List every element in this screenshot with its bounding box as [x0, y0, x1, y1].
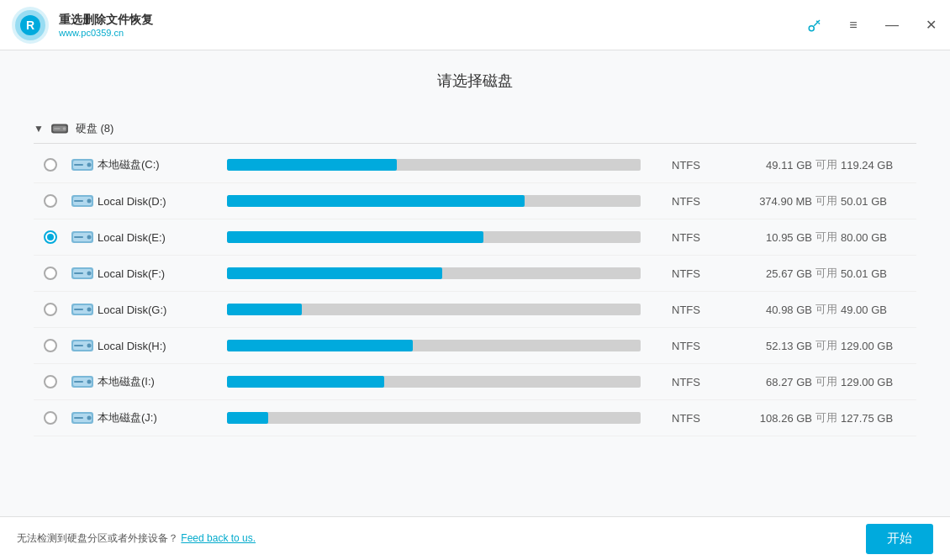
app-subtitle: www.pc0359.cn: [59, 28, 153, 38]
disk-group-header: ▼ 硬盘 (8): [34, 114, 916, 144]
disk-fs: NTFS: [661, 267, 711, 280]
disk-available-label: 可用: [815, 157, 837, 172]
title-bar-text: 重选删除文件恢复 www.pc0359.cn: [59, 13, 153, 38]
disk-available: 50.01 GB: [841, 195, 916, 208]
menu-button[interactable]: ≡: [834, 0, 873, 50]
disk-name: Local Disk(E:): [98, 231, 207, 244]
disk-icon-cell: [67, 264, 98, 283]
disk-bar-container: [227, 412, 641, 424]
svg-point-7: [62, 127, 66, 130]
disk-radio-cell: [34, 158, 67, 172]
app-logo: R: [10, 5, 50, 45]
disk-fs: NTFS: [661, 195, 711, 208]
main-content: 请选择磁盘 ▼ 硬盘 (8): [0, 50, 950, 516]
disk-name: Local Disk(D:): [98, 195, 207, 208]
disk-available-label: 可用: [815, 338, 837, 353]
disk-name: 本地磁盘(J:): [98, 410, 207, 425]
disk-bar-fill: [227, 340, 413, 351]
radio-button[interactable]: [44, 411, 57, 425]
disk-radio-cell: [34, 230, 67, 244]
disk-available-label: 可用: [815, 230, 837, 245]
disk-row: 本地磁盘(J:) NTFS 108.26 GB 可用 127.75 GB: [34, 400, 916, 436]
radio-button[interactable]: [44, 158, 57, 172]
close-button[interactable]: ✕: [911, 0, 950, 50]
disk-radio-cell: [34, 194, 67, 208]
disk-bar-container: [227, 340, 641, 351]
disk-radio-cell: [34, 339, 67, 352]
disk-group: ▼ 硬盘 (8): [34, 114, 916, 436]
disk-row: Local Disk(F:) NTFS 25.67 GB 可用 50.01 GB: [34, 256, 916, 292]
disk-bar-fill: [227, 304, 302, 315]
disk-used: 52.13 GB: [711, 340, 812, 352]
disk-available-label: 可用: [815, 374, 837, 389]
disk-used: 108.26 GB: [711, 412, 812, 425]
bottom-bar: 无法检测到硬盘分区或者外接设备？ Feed back to us. 开始: [0, 516, 950, 560]
disk-name: 本地磁盘(I:): [98, 374, 207, 389]
disk-bar-container: [227, 195, 641, 207]
app-title: 重选删除文件恢复: [59, 13, 153, 28]
disk-name: Local Disk(F:): [98, 267, 207, 280]
disk-bar-fill: [227, 267, 442, 279]
disk-fs: NTFS: [661, 412, 711, 425]
disk-icon-cell: [67, 372, 98, 391]
start-button[interactable]: 开始: [866, 524, 933, 554]
svg-point-19: [87, 235, 92, 240]
disk-row: 本地磁盘(I:) NTFS 68.27 GB 可用 129.00 GB: [34, 364, 916, 400]
disk-used: 10.95 GB: [711, 231, 812, 244]
disk-used: 68.27 GB: [711, 376, 812, 388]
disk-icon-cell: [67, 409, 98, 427]
disk-drive-icon: [71, 409, 94, 427]
disk-fs: NTFS: [661, 159, 711, 172]
disk-drive-icon: [71, 156, 94, 174]
disk-icon-cell: [67, 192, 98, 210]
feedback-link[interactable]: Feed back to us.: [181, 532, 256, 544]
disk-fs: NTFS: [661, 340, 711, 352]
hdd-icon: [50, 121, 69, 136]
disk-bar-fill: [227, 195, 525, 207]
radio-button[interactable]: [44, 375, 57, 388]
disk-fs: NTFS: [661, 304, 711, 316]
svg-point-39: [87, 416, 92, 420]
chevron-down-icon[interactable]: ▼: [34, 123, 44, 135]
disk-available-label: 可用: [815, 410, 837, 425]
minimize-button[interactable]: —: [873, 0, 911, 50]
disk-available-label: 可用: [815, 193, 837, 209]
bottom-notice: 无法检测到硬盘分区或者外接设备？ Feed back to us.: [17, 531, 866, 546]
disk-available: 129.00 GB: [841, 376, 916, 388]
disk-drive-icon: [71, 192, 94, 210]
disk-radio-cell: [34, 303, 67, 316]
radio-button[interactable]: [44, 303, 57, 316]
disk-row: Local Disk(E:) NTFS 10.95 GB 可用 80.00 GB: [34, 219, 916, 256]
disk-bar-container: [227, 231, 641, 243]
disk-available-label: 可用: [815, 266, 837, 281]
radio-button[interactable]: [44, 267, 57, 280]
disk-used: 374.90 MB: [711, 195, 812, 208]
disk-bar-fill: [227, 159, 397, 171]
disk-icon-cell: [67, 336, 98, 355]
svg-point-23: [87, 272, 92, 276]
svg-point-31: [87, 344, 92, 348]
disk-radio-cell: [34, 411, 67, 425]
disk-name: 本地磁盘(C:): [98, 157, 207, 172]
disk-row: Local Disk(G:) NTFS 40.98 GB 可用 49.00 GB: [34, 292, 916, 328]
svg-point-4: [809, 25, 814, 30]
radio-button[interactable]: [44, 194, 57, 208]
disk-row: Local Disk(D:) NTFS 374.90 MB 可用 50.01 G…: [34, 183, 916, 219]
svg-point-35: [87, 380, 92, 384]
disk-bar-container: [227, 376, 641, 388]
key-button[interactable]: [795, 0, 834, 50]
disk-drive-icon: [71, 372, 94, 391]
disk-drive-icon: [71, 264, 94, 283]
disk-icon-cell: [67, 156, 98, 174]
disk-available: 80.00 GB: [841, 231, 916, 244]
disk-row: 本地磁盘(C:) NTFS 49.11 GB 可用 119.24 GB: [34, 147, 916, 183]
disk-used: 40.98 GB: [711, 304, 812, 316]
radio-button[interactable]: [44, 339, 57, 352]
radio-button[interactable]: [44, 230, 57, 244]
disk-used: 49.11 GB: [711, 159, 812, 172]
disk-list: 本地磁盘(C:) NTFS 49.11 GB 可用 119.24 GB Loca…: [34, 147, 916, 436]
svg-text:R: R: [26, 18, 34, 32]
disk-name: Local Disk(H:): [98, 340, 207, 352]
disk-icon-cell: [67, 300, 98, 319]
disk-drive-icon: [71, 300, 94, 319]
